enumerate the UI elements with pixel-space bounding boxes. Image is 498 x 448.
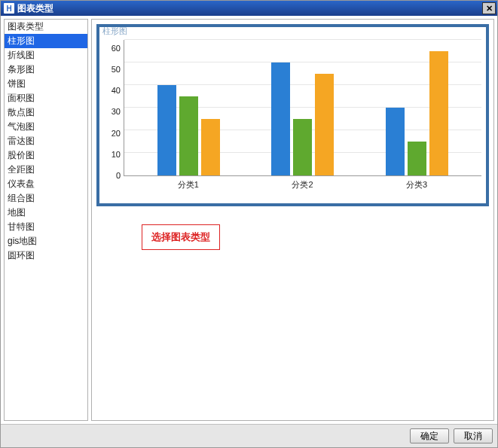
- sidebar-item[interactable]: 地图: [5, 206, 87, 220]
- sidebar-item[interactable]: 面积图: [5, 91, 87, 105]
- bar: [271, 62, 290, 175]
- dialog-footer: 确定 取消: [1, 424, 497, 447]
- cancel-button[interactable]: 取消: [454, 428, 493, 443]
- bar: [429, 51, 448, 175]
- sidebar-header: 图表类型: [5, 20, 87, 34]
- bar-group: [271, 40, 334, 175]
- sidebar-item[interactable]: 组合图: [5, 191, 87, 206]
- y-tick: 0: [104, 171, 124, 179]
- preview-panel: 柱形图 6050403020100 分类1分类2分类3 选择图表类型: [91, 19, 494, 421]
- sidebar-item[interactable]: 甘特图: [5, 220, 87, 234]
- bar-group: [157, 40, 220, 175]
- x-label: 分类3: [383, 179, 451, 190]
- chart-y-axis: 6050403020100: [104, 40, 124, 175]
- x-label: 分类1: [154, 179, 222, 190]
- y-tick: 10: [104, 150, 124, 158]
- bar: [201, 119, 220, 175]
- instruction-callout: 选择图表类型: [142, 224, 220, 250]
- y-tick: 50: [104, 66, 124, 74]
- titlebar: H 图表类型 ✕: [1, 1, 497, 16]
- bar-group: [386, 40, 448, 175]
- close-icon[interactable]: ✕: [482, 2, 496, 14]
- y-tick: 30: [104, 108, 124, 116]
- sidebar-item[interactable]: 散点图: [5, 105, 87, 120]
- bar: [293, 119, 312, 175]
- chart-type-list: 图表类型 柱形图折线图条形图饼图面积图散点图气泡图雷达图股价图全距图仪表盘组合图…: [4, 19, 88, 421]
- sidebar-item[interactable]: gis地图: [5, 234, 87, 248]
- content-area: 图表类型 柱形图折线图条形图饼图面积图散点图气泡图雷达图股价图全距图仪表盘组合图…: [1, 16, 497, 424]
- y-tick: 60: [104, 44, 124, 53]
- app-icon: H: [4, 3, 14, 14]
- window-title: 图表类型: [17, 2, 482, 15]
- bar: [315, 74, 334, 175]
- chart-preview: 柱形图 6050403020100 分类1分类2分类3: [96, 24, 489, 206]
- sidebar-item[interactable]: 全距图: [5, 163, 87, 177]
- sidebar-item[interactable]: 柱形图: [5, 34, 87, 48]
- y-tick: 20: [104, 129, 124, 137]
- sidebar-item[interactable]: 条形图: [5, 62, 87, 77]
- bar: [157, 85, 176, 175]
- x-label: 分类2: [268, 179, 336, 190]
- sidebar-item[interactable]: 股价图: [5, 148, 87, 163]
- chart-x-axis: 分类1分类2分类3: [124, 176, 481, 190]
- sidebar-item[interactable]: 仪表盘: [5, 177, 87, 191]
- y-tick: 40: [104, 87, 124, 95]
- bar: [408, 142, 426, 175]
- bar: [386, 108, 405, 175]
- sidebar-item[interactable]: 雷达图: [5, 134, 87, 148]
- dialog-window: H 图表类型 ✕ 图表类型 柱形图折线图条形图饼图面积图散点图气泡图雷达图股价图…: [0, 0, 498, 448]
- sidebar-item[interactable]: 饼图: [5, 77, 87, 91]
- sidebar-item[interactable]: 气泡图: [5, 120, 87, 134]
- ok-button[interactable]: 确定: [410, 428, 449, 443]
- bar: [179, 96, 198, 175]
- chart-plot: [124, 40, 481, 176]
- sidebar-item[interactable]: 圆环图: [5, 248, 87, 263]
- chart-preview-label: 柱形图: [99, 26, 486, 37]
- sidebar-item[interactable]: 折线图: [5, 48, 87, 62]
